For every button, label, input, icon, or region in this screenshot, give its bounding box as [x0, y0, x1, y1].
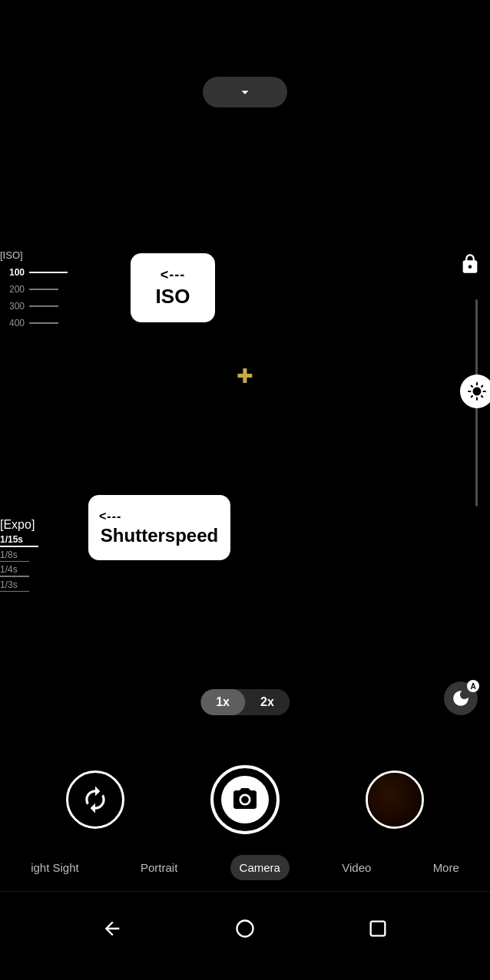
recents-button[interactable]	[367, 918, 389, 939]
bottom-nav: ight Sight Portrait Camera Video More	[0, 847, 490, 888]
shutter-card-arrow: <---	[88, 510, 121, 523]
svg-point-0	[237, 920, 253, 936]
system-nav	[0, 892, 490, 980]
iso-card-arrow: <---	[161, 267, 186, 283]
shutter-button[interactable]	[210, 765, 280, 834]
crosshair-icon: ✚	[237, 365, 253, 388]
brightness-slider[interactable]	[475, 299, 478, 506]
svg-rect-1	[370, 921, 385, 935]
night-auto-button[interactable]: A	[444, 681, 478, 715]
home-button[interactable]	[234, 918, 256, 939]
expo-scale-item: 1/15s	[0, 532, 38, 547]
zoom-2x-button[interactable]: 2x	[245, 689, 290, 715]
iso-scale-item: 300	[0, 298, 68, 315]
expo-scale-item: 1/3s	[0, 577, 38, 592]
expo-scale-item: 1/4s	[0, 562, 38, 577]
last-photo-thumbnail[interactable]	[366, 770, 424, 829]
iso-scale-label: [ISO]	[0, 249, 68, 261]
expo-scale: [Expo] 1/15s 1/8s 1/4s 1/3s	[0, 518, 38, 592]
back-button[interactable]	[101, 918, 123, 939]
flip-camera-button[interactable]	[66, 770, 124, 829]
brightness-handle[interactable]	[460, 375, 491, 408]
nav-item-more[interactable]: More	[424, 855, 468, 880]
iso-card-label: ISO	[156, 285, 190, 309]
nav-item-camera[interactable]: Camera	[230, 855, 290, 880]
shutter-card-label: Shutterspeed	[101, 525, 218, 546]
iso-scale-item: 100	[0, 264, 68, 281]
camera-controls	[0, 765, 490, 834]
shutterspeed-card: <--- Shutterspeed	[88, 495, 230, 560]
zoom-1x-button[interactable]: 1x	[200, 689, 245, 715]
auto-badge: A	[467, 680, 479, 692]
nav-item-night-sight[interactable]: ight Sight	[22, 855, 88, 880]
zoom-controls: 1x 2x	[200, 689, 290, 715]
iso-scale-item: 400	[0, 315, 68, 332]
iso-card: <--- ISO	[131, 253, 215, 322]
expo-scale-item: 1/8s	[0, 547, 38, 563]
iso-scale: [ISO] 100 200 300 400	[0, 249, 68, 332]
nav-item-video[interactable]: Video	[333, 855, 380, 880]
collapse-button[interactable]	[203, 77, 287, 107]
iso-scale-item: 200	[0, 281, 68, 298]
expo-scale-label: [Expo]	[0, 518, 38, 532]
lock-icon[interactable]	[459, 253, 481, 279]
nav-item-portrait[interactable]: Portrait	[131, 855, 187, 880]
